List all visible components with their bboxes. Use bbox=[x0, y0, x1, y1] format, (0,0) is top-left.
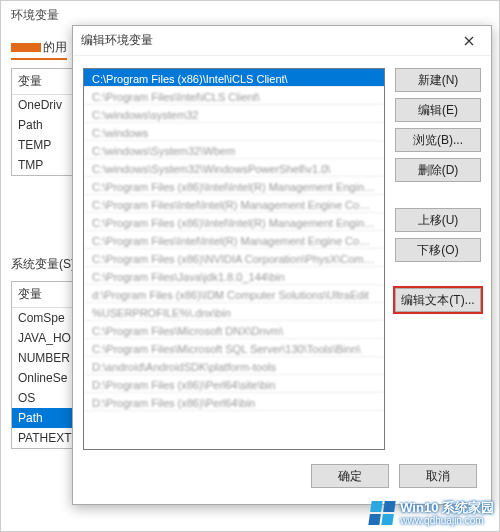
move-up-button[interactable]: 上移(U) bbox=[395, 208, 481, 232]
list-item[interactable]: %USERPROFILE%\.dnx\bin bbox=[84, 303, 384, 321]
list-item[interactable]: C:\windows bbox=[84, 123, 384, 141]
dialog-title: 编辑环境变量 bbox=[81, 32, 455, 49]
list-item[interactable]: C:\Program Files\Microsoft SQL Server\13… bbox=[84, 339, 384, 357]
new-button[interactable]: 新建(N) bbox=[395, 68, 481, 92]
list-item[interactable]: D:\android\AndroidSDK\platform-tools bbox=[84, 357, 384, 375]
browse-button[interactable]: 浏览(B)... bbox=[395, 128, 481, 152]
close-icon[interactable] bbox=[455, 30, 483, 52]
user-vars-section-label: 的用 bbox=[11, 39, 67, 60]
list-item[interactable]: C:\windows\System32\WindowsPowerShell\v1… bbox=[84, 159, 384, 177]
edit-text-button[interactable]: 编辑文本(T)... bbox=[395, 288, 481, 312]
move-down-button[interactable]: 下移(O) bbox=[395, 238, 481, 262]
list-item[interactable]: C:\windows\System32\Wbem bbox=[84, 141, 384, 159]
list-item[interactable]: D:\Program Files (x86)\Perl64\bin bbox=[84, 393, 384, 411]
path-entries-list[interactable]: C:\Program Files (x86)\Intel\iCLS Client… bbox=[83, 68, 385, 450]
list-item[interactable]: D:\Program Files (x86)\Perl64\site\bin bbox=[84, 375, 384, 393]
list-item[interactable]: C:\Program Files\Java\jdk1.8.0_144\bin bbox=[84, 267, 384, 285]
list-item[interactable]: C:\Program Files\Intel\Intel(R) Manageme… bbox=[84, 231, 384, 249]
list-item[interactable]: C:\Program Files\Intel\Intel(R) Manageme… bbox=[84, 195, 384, 213]
list-item[interactable]: C:\windows\system32 bbox=[84, 105, 384, 123]
dialog-footer: 确定 取消 bbox=[73, 458, 491, 504]
delete-button[interactable]: 删除(D) bbox=[395, 158, 481, 182]
list-item[interactable]: C:\Program Files\Microsoft DNX\Dnvm\ bbox=[84, 321, 384, 339]
edit-env-var-dialog: 编辑环境变量 C:\Program Files (x86)\Intel\iCLS… bbox=[72, 25, 492, 505]
ok-button[interactable]: 确定 bbox=[311, 464, 389, 488]
list-item[interactable]: C:\Program Files (x86)\Intel\Intel(R) Ma… bbox=[84, 213, 384, 231]
list-item[interactable]: C:\Program Files (x86)\Intel\iCLS Client… bbox=[84, 69, 384, 87]
cancel-button[interactable]: 取消 bbox=[399, 464, 477, 488]
list-item[interactable]: C:\Program Files\Intel\iCLS Client\ bbox=[84, 87, 384, 105]
side-buttons: 新建(N) 编辑(E) 浏览(B)... 删除(D) 上移(U) 下移(O) 编… bbox=[395, 68, 481, 450]
titlebar: 编辑环境变量 bbox=[73, 26, 491, 56]
list-item[interactable]: C:\Program Files (x86)\Intel\Intel(R) Ma… bbox=[84, 177, 384, 195]
list-item[interactable]: C:\Program Files (x86)\NVIDIA Corporatio… bbox=[84, 249, 384, 267]
edit-button[interactable]: 编辑(E) bbox=[395, 98, 481, 122]
list-item[interactable]: d:\Program Files (x86)\IDM Computer Solu… bbox=[84, 285, 384, 303]
